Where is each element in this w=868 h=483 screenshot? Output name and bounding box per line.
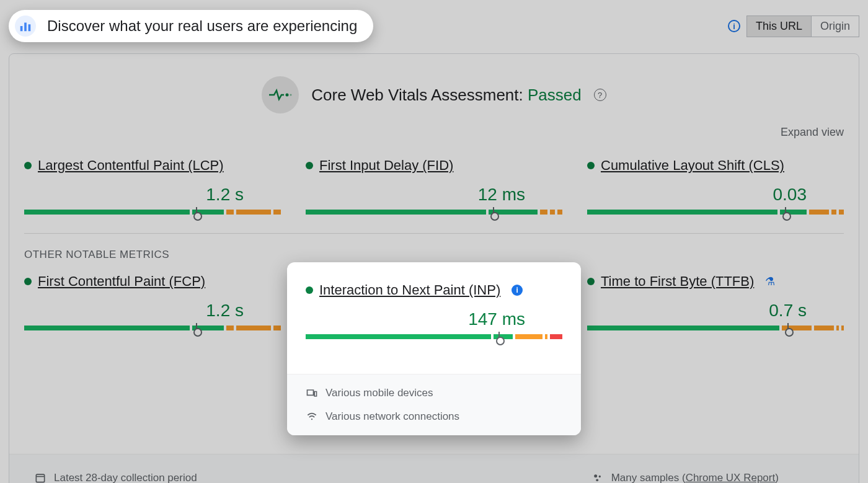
assessment-text: Core Web Vitals Assessment: Passed [311,86,581,105]
footer-period: Latest 28-day collection period [34,472,288,483]
metric-value: 1.2 s [24,290,281,326]
svg-point-12 [598,476,600,477]
svg-rect-2 [29,24,31,31]
core-metric: First Input Delay (FID)12 ms [306,157,562,215]
assessment-status: Passed [528,86,582,104]
metric-name-link[interactable]: Interaction to Next Paint (INP) [319,282,500,298]
inp-info-icon[interactable]: i [512,285,523,296]
metric-name-link[interactable]: First Input Delay (FID) [319,157,453,174]
metric-name-link[interactable]: Time to First Byte (TTFB) [601,273,754,290]
svg-rect-0 [20,26,23,31]
scope-toggle: This URL Origin [746,16,859,37]
threshold-marker [493,207,494,217]
vitals-bars-icon [15,16,36,37]
threshold-marker [785,207,786,217]
help-icon[interactable]: ? [594,89,606,101]
distribution-bar [587,326,844,330]
status-dot-good [306,286,313,294]
distribution-bar [306,334,562,339]
footer-samples: Many samples (Chrome UX Report) [591,472,845,483]
metric-name-link[interactable]: Largest Contentful Paint (LCP) [38,157,224,174]
experimental-icon[interactable]: ⚗ [765,275,775,288]
info-icon[interactable]: i [728,20,740,32]
metric-value: 1.2 s [24,174,281,210]
svg-point-13 [596,479,598,481]
core-metric: Largest Contentful Paint (LCP)1.2 s [24,157,281,215]
samples-icon [591,472,604,483]
expand-view-link[interactable]: Expand view [781,126,844,138]
metric-value: 147 ms [306,298,562,334]
assessment-pulse-icon [262,76,299,113]
crux-link[interactable]: Chrome UX Report [686,472,776,483]
devices-icon [306,387,318,399]
metric-name-link[interactable]: Cumulative Layout Shift (CLS) [601,157,784,174]
metric-value: 0.03 [587,174,844,210]
status-dot-good [24,278,32,285]
toggle-origin[interactable]: Origin [811,16,859,37]
threshold-marker [196,207,197,217]
svg-rect-1 [24,23,27,32]
distribution-bar [24,326,281,330]
distribution-bar [587,210,844,215]
inp-highlight-card: Interaction to Next Paint (INP)i147 ms V… [287,262,581,435]
footer-devices: Various mobile devices [306,387,562,399]
header-title: Discover what your real users are experi… [47,17,357,35]
calendar-icon [34,472,46,483]
status-dot-good [587,162,595,169]
core-metric: Cumulative Layout Shift (CLS)0.03 [587,157,844,215]
distribution-bar [306,210,562,215]
status-dot-good [24,162,32,169]
metric-name-link[interactable]: First Contentful Paint (FCP) [38,273,205,290]
distribution-bar [24,210,281,215]
wifi-icon [306,410,318,423]
status-dot-good [306,162,313,169]
svg-rect-6 [36,474,44,482]
toggle-this-url[interactable]: This URL [747,16,811,37]
svg-point-5 [311,419,312,420]
svg-point-4 [290,94,292,96]
svg-point-3 [286,94,289,97]
threshold-marker [787,323,789,333]
header-pill: Discover what your real users are experi… [9,10,373,42]
svg-point-11 [594,474,597,477]
status-dot-good [587,278,595,285]
threshold-marker [196,323,197,333]
footer-network: Various network connections [306,410,562,423]
threshold-marker [498,332,500,342]
vitals-card: Core Web Vitals Assessment: Passed ? Exp… [9,53,859,483]
metric-value: 0.7 s [587,290,844,326]
metric-value: 12 ms [306,174,562,210]
